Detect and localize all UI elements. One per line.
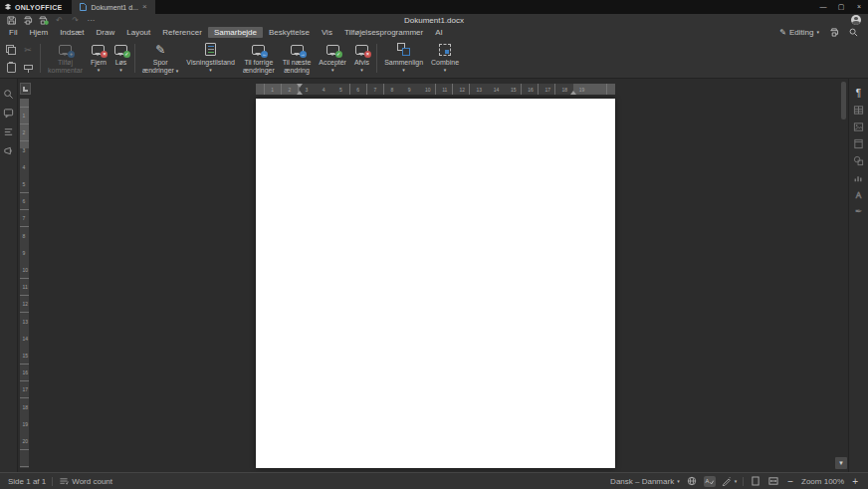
- shape-settings-icon[interactable]: [852, 154, 865, 166]
- window-controls: — ▢ ×: [814, 0, 868, 14]
- zoom-out-button[interactable]: −: [785, 476, 795, 487]
- left-tab-stop-icon: [23, 87, 28, 92]
- language-selector[interactable]: Dansk – Danmark ▾: [610, 477, 680, 486]
- tab-layout[interactable]: Layout: [120, 27, 156, 38]
- document-tab-label: Dokument1 d...: [91, 4, 137, 11]
- redo-icon[interactable]: ↷: [69, 15, 82, 26]
- copy-icon[interactable]: [3, 41, 19, 58]
- left-sidebar: [0, 79, 18, 472]
- track-changes-label-2: ændringer ▾: [142, 67, 178, 75]
- status-bar: Side 1 af 1 Word count Dansk – Danmark ▾…: [0, 472, 868, 489]
- minimize-button[interactable]: —: [814, 0, 832, 14]
- compare-button[interactable]: Sammenlign ▾: [380, 40, 427, 77]
- tab-ai[interactable]: AI: [429, 27, 449, 38]
- compare-label: Sammenlign: [384, 59, 423, 67]
- v-ruler[interactable]: 1234567891011121314151617181920: [20, 99, 29, 468]
- print-icon[interactable]: [21, 15, 34, 26]
- next-change-button[interactable]: → Til næste ændring: [279, 40, 316, 77]
- track-changes-button[interactable]: ✎ Spor ændringer ▾: [138, 40, 182, 77]
- fit-page-button[interactable]: [750, 476, 761, 487]
- next-change-icon: →: [291, 42, 304, 57]
- display-mode-button[interactable]: Visningstilstand ▾: [182, 40, 239, 77]
- maximize-button[interactable]: ▢: [832, 0, 850, 14]
- feedback-support-icon[interactable]: [2, 144, 15, 156]
- status-separator: [52, 477, 53, 486]
- tab-referencer[interactable]: Referencer: [156, 27, 208, 38]
- search-panel-icon[interactable]: [2, 88, 15, 100]
- toolbar-separator: [134, 44, 135, 73]
- scrollbar-thumb[interactable]: [841, 82, 846, 120]
- tab-fil[interactable]: Fil: [3, 27, 23, 38]
- text-art-settings-icon[interactable]: A: [852, 188, 865, 200]
- previous-change-icon: ←: [252, 42, 265, 57]
- add-comment-button[interactable]: + Tilføj kommentar: [44, 40, 87, 77]
- tab-beskyttelse[interactable]: Beskyttelse: [263, 27, 316, 38]
- chevron-down-icon: ▾: [98, 67, 101, 73]
- paste-icon[interactable]: [3, 59, 19, 76]
- tab-stop-selector[interactable]: [20, 83, 31, 95]
- compare-icon: [397, 42, 410, 57]
- copy-style-icon[interactable]: [20, 59, 36, 76]
- status-right: Dansk – Danmark ▾ A ▾ − Zoom 100% +: [610, 476, 868, 487]
- editing-mode-dropdown[interactable]: ✎ Editing ▾: [779, 28, 819, 37]
- globe-icon: [687, 476, 697, 486]
- next-change-label-2: ændring: [284, 67, 310, 75]
- save-icon[interactable]: [5, 15, 18, 26]
- display-mode-icon: [205, 42, 216, 57]
- menu-tab-bar: Fil Hjem Indsæt Draw Layout Referencer S…: [0, 26, 868, 38]
- comments-panel-icon[interactable]: [2, 107, 15, 119]
- fit-width-button[interactable]: [767, 476, 779, 487]
- reject-change-icon: ×: [355, 42, 368, 57]
- tab-tilfoejelsesprogrammer[interactable]: Tilføjelsesprogrammer: [338, 27, 429, 38]
- more-actions-icon[interactable]: ···: [85, 15, 98, 26]
- zoom-in-button[interactable]: +: [850, 476, 860, 487]
- h-ruler[interactable]: 12345678910111213141516171819: [256, 84, 615, 95]
- tab-samarbejde[interactable]: Samarbejde: [208, 27, 263, 38]
- tab-close-icon[interactable]: ×: [142, 0, 147, 14]
- tab-draw[interactable]: Draw: [91, 27, 121, 38]
- page-number-status[interactable]: Side 1 af 1: [8, 477, 46, 486]
- remove-comment-button[interactable]: × Fjern ▾: [87, 40, 110, 77]
- user-avatar[interactable]: [851, 15, 861, 25]
- reject-change-button[interactable]: × Afvis ▾: [350, 40, 373, 77]
- image-settings-icon[interactable]: [852, 121, 865, 132]
- close-button[interactable]: ×: [850, 0, 868, 14]
- navigation-panel-icon[interactable]: [2, 125, 15, 137]
- chart-settings-icon[interactable]: [852, 171, 865, 183]
- table-settings-icon[interactable]: [852, 104, 865, 116]
- chevron-down-icon: ▾: [816, 29, 819, 35]
- vertical-scrollbar[interactable]: [840, 79, 846, 472]
- word-count-button[interactable]: Word count: [59, 477, 112, 486]
- previous-change-button[interactable]: ← Til forrige ændringer: [239, 40, 279, 77]
- resolve-comment-button[interactable]: ✓ Løs ▾: [110, 40, 131, 77]
- signature-settings-icon[interactable]: ✒: [852, 205, 865, 217]
- ink-tools-button[interactable]: ▾: [722, 476, 738, 486]
- scroll-down-button[interactable]: ▼: [835, 457, 847, 469]
- track-changes-label-1: Spor: [153, 59, 168, 67]
- tab-vis[interactable]: Vis: [316, 27, 338, 38]
- document-tab[interactable]: Dokument1 d... ×: [72, 0, 154, 14]
- svg-text:A: A: [705, 477, 709, 483]
- search-icon[interactable]: [848, 27, 859, 37]
- document-language-button[interactable]: [686, 476, 698, 487]
- accept-change-button[interactable]: ✓ Acceptér ▾: [315, 40, 350, 77]
- print-file-icon[interactable]: [828, 27, 839, 37]
- left-indent-marker[interactable]: [297, 88, 303, 95]
- undo-icon[interactable]: ↶: [53, 15, 66, 26]
- word-count-icon: [59, 477, 69, 486]
- header-footer-settings-icon[interactable]: [852, 137, 865, 149]
- quick-print-icon[interactable]: [37, 15, 50, 26]
- tab-hjem[interactable]: Hjem: [23, 27, 54, 38]
- paragraph-settings-icon[interactable]: ¶: [852, 87, 865, 99]
- right-indent-marker[interactable]: [570, 88, 576, 95]
- editor-canvas[interactable]: 12345678910111213141516171819 1234567891…: [19, 79, 847, 472]
- document-page[interactable]: [256, 99, 615, 468]
- tab-indsaet[interactable]: Indsæt: [54, 27, 90, 38]
- combine-button[interactable]: Combine ▾: [427, 40, 463, 77]
- chevron-down-icon: ▾: [677, 478, 680, 484]
- resolve-comment-icon: ✓: [114, 42, 127, 57]
- spell-check-button[interactable]: A: [704, 476, 716, 487]
- cut-icon[interactable]: ✂: [20, 41, 36, 58]
- clipboard-group: ✂: [2, 40, 37, 77]
- header-row: ↶ ↷ ··· Dokument1.docx: [0, 14, 868, 26]
